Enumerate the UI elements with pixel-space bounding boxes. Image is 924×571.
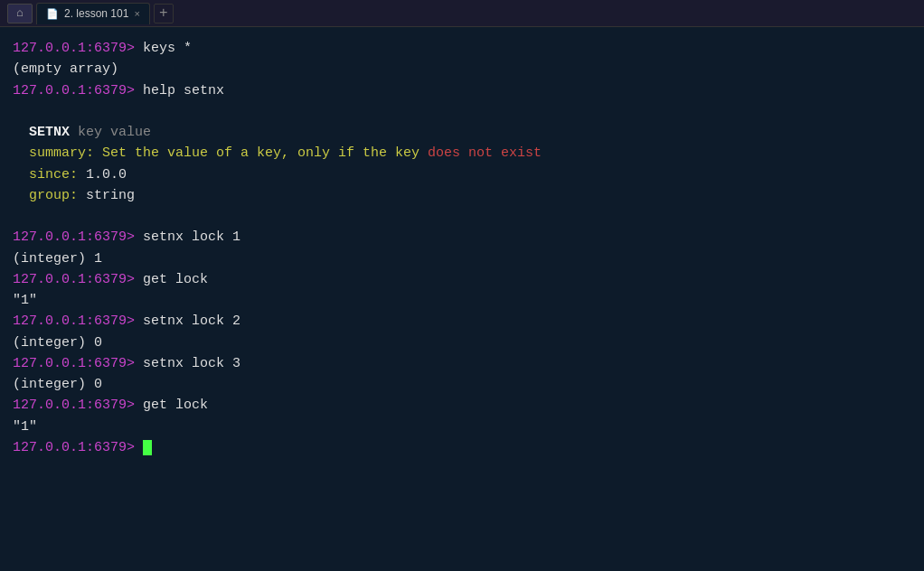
cmd-help-setnx: help setnx bbox=[135, 83, 224, 98]
cursor bbox=[143, 440, 152, 455]
close-tab-button[interactable]: × bbox=[134, 8, 139, 19]
output-empty-array: (empty array) bbox=[13, 61, 118, 77]
prompt-3: 127.0.0.1:6379> bbox=[13, 229, 135, 245]
cmd-setnx-lock-2: setnx lock 2 bbox=[135, 314, 240, 329]
cmd-get-lock-1: get lock bbox=[135, 272, 208, 287]
tab-label: 2. lesson 101 bbox=[64, 7, 128, 20]
group-value: string bbox=[78, 188, 135, 203]
summary-text: Set the value of a key, only if the key bbox=[94, 145, 428, 161]
cmd-get-lock-2: get lock bbox=[135, 398, 208, 413]
output-integer-1: (integer) 1 bbox=[13, 251, 102, 267]
cmd-keys: keys * bbox=[135, 41, 192, 56]
prompt-7: 127.0.0.1:6379> bbox=[13, 398, 135, 413]
output-lock-val-1: "1" bbox=[13, 293, 37, 308]
new-tab-button[interactable]: + bbox=[154, 4, 174, 23]
since-value: 1.0.0 bbox=[78, 167, 127, 183]
prompt-5: 127.0.0.1:6379> bbox=[13, 314, 135, 329]
cmd-setnx-lock-1: setnx lock 1 bbox=[135, 229, 240, 245]
since-label: since: bbox=[29, 167, 78, 183]
highlight-does-not-exist: does not exist bbox=[428, 145, 542, 161]
prompt-2: 127.0.0.1:6379> bbox=[13, 83, 135, 98]
cmd-setnx-lock-3: setnx lock 3 bbox=[135, 356, 240, 371]
home-icon: ⌂ bbox=[16, 6, 24, 20]
summary-label: summary: bbox=[29, 145, 94, 161]
prompt-1: 127.0.0.1:6379> bbox=[13, 41, 135, 56]
output-integer-0-a: (integer) 0 bbox=[13, 335, 102, 351]
new-tab-icon: + bbox=[159, 5, 168, 22]
prompt-6: 127.0.0.1:6379> bbox=[13, 356, 135, 371]
prompt-4: 127.0.0.1:6379> bbox=[13, 272, 135, 287]
group-label: group: bbox=[29, 188, 78, 203]
setnx-keyword: SETNX bbox=[29, 125, 70, 140]
setnx-args: key value bbox=[70, 125, 151, 140]
tab-icon: 📄 bbox=[46, 8, 59, 20]
prompt-input: 127.0.0.1:6379> bbox=[13, 440, 135, 455]
terminal-content: 127.0.0.1:6379> keys * (empty array) 127… bbox=[13, 38, 911, 458]
title-bar: ⌂ 📄 2. lesson 101 × + bbox=[0, 0, 924, 27]
active-tab[interactable]: 📄 2. lesson 101 × bbox=[36, 3, 150, 24]
output-lock-val-2: "1" bbox=[13, 419, 37, 435]
output-integer-0-b: (integer) 0 bbox=[13, 377, 102, 392]
terminal-window[interactable]: 127.0.0.1:6379> keys * (empty array) 127… bbox=[0, 27, 924, 571]
home-button[interactable]: ⌂ bbox=[7, 4, 33, 23]
